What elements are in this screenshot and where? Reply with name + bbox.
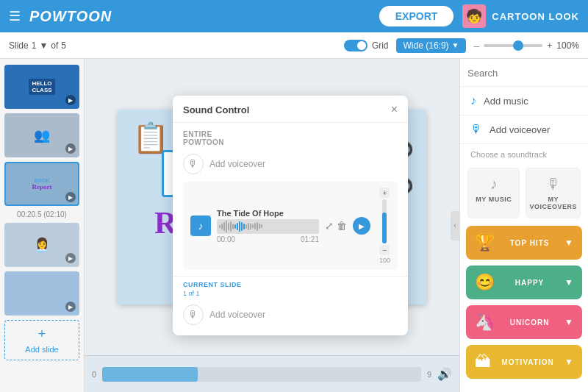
microphone-icon: 🎙 <box>470 123 482 136</box>
export-button[interactable]: EXPORT <box>379 6 454 26</box>
mic-button-bottom[interactable]: 🎙 <box>183 304 204 325</box>
track-playback-controls: ▶ <box>353 217 370 235</box>
slide-thumbnail-4[interactable]: 👩‍💼 ▶ <box>4 223 79 267</box>
volume-track[interactable] <box>382 199 387 243</box>
motivation-label: MOTIVATION <box>491 358 564 366</box>
app-header: ☰ POWTOON EXPORT 🧒 CARTOON LOOK <box>0 0 588 32</box>
slide-label: Slide <box>9 40 29 51</box>
zoom-plus[interactable]: + <box>547 40 552 51</box>
app-logo: POWTOON <box>29 8 112 25</box>
current-slide-num: 1 of 1 <box>183 290 398 297</box>
track-time-end: 01:21 <box>301 235 319 243</box>
sound-card-top-hits[interactable]: 🏆 TOP HITS ▼ <box>466 226 582 260</box>
timeline-progress <box>102 367 198 382</box>
zoom-slider-thumb[interactable] <box>513 40 523 51</box>
add-slide-button[interactable]: + Add slide <box>4 320 79 360</box>
add-slide-icon: + <box>38 327 46 342</box>
motivation-icon: 🏔 <box>475 352 491 371</box>
zoom-slider[interactable] <box>484 44 542 47</box>
entire-powtoon-section: ENTIREPOWTOON 🎙 Add voiceover <box>173 123 408 182</box>
mic-button-top[interactable]: 🎙 <box>183 154 204 174</box>
play-icon-2: ▶ <box>65 143 76 154</box>
track-play-button[interactable]: ▶ <box>353 217 370 235</box>
aspect-ratio-button[interactable]: Wide (16:9) ▼ <box>396 38 467 53</box>
track-controls-area: ⤢ 🗑 <box>325 220 347 232</box>
volume-controls: + − 100 <box>379 188 390 264</box>
slide-time: 00:20.5 (02:10) <box>4 210 79 218</box>
cartoon-look-button[interactable]: 🧒 CARTOON LOOK <box>462 4 579 28</box>
my-voiceovers-label: MY VOICEOVERS <box>529 196 577 210</box>
right-panel: 🔍 ♪ Add music 🎙 Add voiceover Choose a s… <box>459 59 588 392</box>
slide-thumbnail-2[interactable]: 👥 ▶ <box>4 113 79 157</box>
close-modal-button[interactable]: × <box>391 103 398 116</box>
top-hits-arrow: ▼ <box>564 238 573 248</box>
happy-icon: 😊 <box>475 273 495 292</box>
slide-thumbnail-1[interactable]: HELLOCLASS ▶ <box>4 65 79 109</box>
timeline-end: 9 <box>427 370 431 379</box>
slide-thumbnail-5[interactable]: ▶ <box>4 271 79 316</box>
play-icon-3: ▶ <box>65 192 76 202</box>
sound-categories: ♪ MY MUSIC 🎙 MY VOICEOVERS <box>460 163 588 223</box>
top-hits-label: TOP HITS <box>495 239 564 247</box>
search-input[interactable] <box>467 68 588 79</box>
play-icon-1: ▶ <box>65 95 76 105</box>
grid-label: Grid <box>372 40 389 51</box>
my-voiceovers-button[interactable]: 🎙 MY VOICEOVERS <box>526 168 581 218</box>
timeline: 0 9 🔊 <box>85 355 459 392</box>
add-voiceover-top-label[interactable]: Add voiceover <box>209 159 265 169</box>
play-icon-5: ▶ <box>65 302 76 312</box>
add-voiceover-label: Add voiceover <box>490 124 550 135</box>
volume-up-button[interactable]: + <box>379 188 390 198</box>
current-slide-label: CURRENT SLIDE <box>183 281 398 288</box>
slide-navigation: Slide 1 ▼ of 5 <box>9 40 66 51</box>
soundtrack-section-label: Choose a soundtrack <box>460 144 588 163</box>
aspect-label: Wide (16:9) <box>404 40 449 51</box>
track-title: The Tide Of Hope <box>217 209 319 218</box>
modal-header: Sound Control × <box>173 96 408 123</box>
main-layout: HELLOCLASS ▶ 👥 ▶ BOOK Report ▶ 00:20.5 (… <box>0 59 588 392</box>
toggle-switch-control[interactable] <box>344 40 368 51</box>
slide-dropdown-icon[interactable]: ▼ <box>39 40 48 51</box>
search-box: 🔍 <box>460 59 588 87</box>
modal-title: Sound Control <box>183 104 249 115</box>
add-slide-label: Add slide <box>25 345 58 354</box>
slide-of: of <box>51 40 58 51</box>
zoom-level: 100% <box>556 40 579 51</box>
collapse-handle[interactable]: ‹ <box>451 211 459 240</box>
track-waveform <box>217 219 319 234</box>
music-note-icon: ♪ <box>470 94 476 107</box>
hamburger-icon[interactable]: ☰ <box>9 8 21 24</box>
slide-thumbnail-3[interactable]: BOOK Report ▶ <box>4 162 79 206</box>
play-icon-4: ▶ <box>65 253 76 263</box>
motivation-arrow: ▼ <box>564 357 573 367</box>
add-music-button[interactable]: ♪ Add music <box>460 87 588 115</box>
track-delete-button[interactable]: 🗑 <box>337 220 347 232</box>
zoom-minus[interactable]: – <box>473 40 479 51</box>
volume-fill <box>382 213 387 243</box>
trophy-icon: 🏆 <box>475 233 495 252</box>
grid-toggle[interactable]: Grid <box>344 40 389 51</box>
cartoon-look-label: CARTOON LOOK <box>492 11 579 22</box>
my-music-button[interactable]: ♪ MY MUSIC <box>467 168 520 218</box>
volume-down-button[interactable]: − <box>379 245 390 255</box>
timeline-start: 0 <box>92 370 96 379</box>
track-icon: ♪ <box>190 215 211 236</box>
avatar: 🧒 <box>462 4 486 28</box>
track-row: ♪ The Tide Of Hope <box>183 182 398 270</box>
unicorn-label: UNICORN <box>495 318 564 327</box>
track-expand-button[interactable]: ⤢ <box>325 220 334 232</box>
sound-card-unicorn[interactable]: 🦄 UNICORN ▼ <box>466 305 582 339</box>
music-cat-icon: ♪ <box>490 176 498 193</box>
timeline-bar[interactable] <box>102 367 421 382</box>
happy-arrow: ▼ <box>564 277 573 288</box>
sound-control-modal: Sound Control × ENTIREPOWTOON 🎙 Add voic… <box>173 96 408 335</box>
timeline-volume-icon[interactable]: 🔊 <box>437 367 452 381</box>
track-time-start: 00:00 <box>217 235 235 243</box>
my-music-label: MY MUSIC <box>476 196 512 203</box>
sound-card-motivation[interactable]: 🏔 MOTIVATION ▼ <box>466 345 582 379</box>
sound-card-happy[interactable]: 😊 HAPPY ▼ <box>466 266 582 299</box>
add-voiceover-button[interactable]: 🎙 Add voiceover <box>460 115 588 144</box>
add-music-label: Add music <box>484 96 528 107</box>
entire-powtoon-label: ENTIREPOWTOON <box>183 130 398 146</box>
add-voiceover-bottom-label[interactable]: Add voiceover <box>209 310 265 320</box>
